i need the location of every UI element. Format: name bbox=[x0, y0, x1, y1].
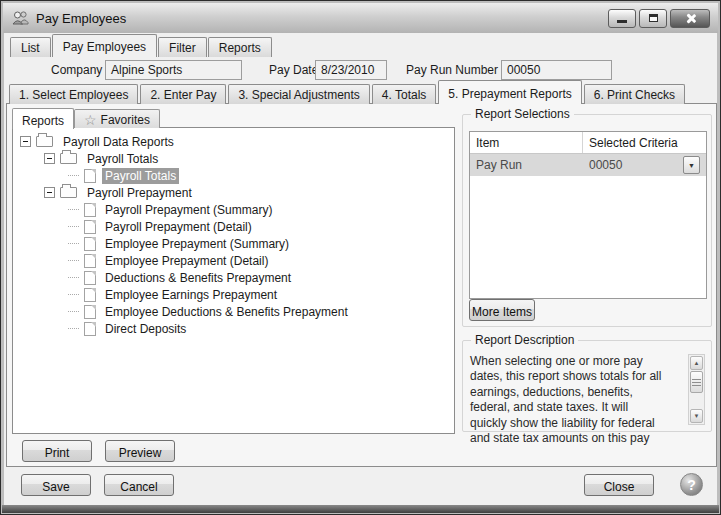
document-icon bbox=[84, 254, 96, 268]
report-selections-table: Item Selected Criteria Pay Run 00050 ▼ bbox=[469, 131, 707, 299]
tab-reports[interactable]: Reports bbox=[208, 37, 272, 57]
prepayment-reports-page: Reports ☆ Favorites Payroll Data Reports bbox=[6, 103, 717, 467]
close-button[interactable]: Close bbox=[584, 474, 654, 496]
tab-pay-employees[interactable]: Pay Employees bbox=[52, 34, 157, 57]
tree-item[interactable]: Deductions & Benefits Prepayment bbox=[13, 269, 454, 286]
pay-run-number-field[interactable]: 00050 bbox=[501, 60, 612, 80]
scroll-down-button[interactable]: ▼ bbox=[690, 409, 703, 423]
folder-icon bbox=[60, 187, 77, 198]
minimize-button[interactable] bbox=[608, 9, 636, 28]
tree-item-label: Payroll Totals bbox=[102, 168, 179, 184]
tab-list[interactable]: List bbox=[10, 37, 51, 57]
tree-connector bbox=[68, 260, 79, 261]
criteria-cell: 00050 bbox=[589, 158, 622, 172]
favorites-tab-label: Favorites bbox=[101, 113, 150, 127]
tree-item[interactable]: Payroll Data Reports bbox=[13, 133, 454, 150]
chevron-down-icon: ▼ bbox=[688, 162, 695, 169]
scroll-up-button[interactable]: ▲ bbox=[690, 356, 703, 370]
tree-connector bbox=[68, 243, 79, 244]
document-icon bbox=[84, 288, 96, 302]
column-header-selected-criteria: Selected Criteria bbox=[583, 132, 706, 153]
report-description-text: When selecting one or more pay dates, th… bbox=[470, 354, 667, 446]
tree-connector bbox=[68, 294, 79, 295]
tree-connector bbox=[68, 328, 79, 329]
tree-item-selected[interactable]: Payroll Totals bbox=[13, 167, 454, 184]
item-cell: Pay Run bbox=[470, 158, 583, 172]
pay-date-label: Pay Date bbox=[269, 63, 318, 77]
question-mark-icon: ? bbox=[687, 477, 696, 493]
tree-item[interactable]: Direct Deposits bbox=[13, 320, 454, 337]
report-description-group: Report Description When selecting one or… bbox=[462, 340, 712, 432]
tree-item[interactable]: Employee Earnings Prepayment bbox=[13, 286, 454, 303]
more-items-button[interactable]: More Items bbox=[469, 299, 535, 321]
tree-connector bbox=[68, 209, 79, 210]
preview-button[interactable]: Preview bbox=[105, 440, 175, 462]
collapse-icon[interactable] bbox=[44, 187, 55, 198]
close-window-button[interactable] bbox=[670, 9, 710, 28]
tree-item-label: Employee Prepayment (Detail) bbox=[102, 253, 271, 269]
table-header: Item Selected Criteria bbox=[470, 132, 706, 154]
document-icon bbox=[84, 169, 96, 183]
arrow-up-icon: ▲ bbox=[694, 360, 700, 366]
document-icon bbox=[84, 322, 96, 336]
pay-run-number-label: Pay Run Number bbox=[406, 63, 498, 77]
step-tab-print-checks[interactable]: 6. Print Checks bbox=[584, 84, 685, 104]
tree-item[interactable]: Payroll Totals bbox=[13, 150, 454, 167]
client-area: List Pay Employees Filter Reports Compan… bbox=[4, 33, 717, 505]
save-button[interactable]: Save bbox=[21, 474, 91, 496]
window-bottom-frame bbox=[2, 505, 719, 513]
collapse-icon[interactable] bbox=[44, 153, 55, 164]
titlebar: Pay Employees bbox=[3, 3, 718, 33]
tree-item-label: Payroll Totals bbox=[84, 151, 161, 167]
cancel-button[interactable]: Cancel bbox=[104, 474, 174, 496]
company-field[interactable]: Alpine Sports bbox=[105, 60, 242, 80]
report-selections-title: Report Selections bbox=[471, 107, 574, 121]
pay-date-field[interactable]: 8/23/2010 bbox=[315, 60, 387, 80]
print-button[interactable]: Print bbox=[22, 440, 92, 462]
step-tab-special-adjustments[interactable]: 3. Special Adjustments bbox=[228, 84, 369, 104]
tree-connector bbox=[68, 175, 79, 176]
tree-item[interactable]: Payroll Prepayment bbox=[13, 184, 454, 201]
tree-item-label: Employee Deductions & Benefits Prepaymen… bbox=[102, 304, 351, 320]
pay-run-dropdown-button[interactable]: ▼ bbox=[683, 156, 700, 174]
document-icon bbox=[84, 203, 96, 217]
report-tree[interactable]: Payroll Data Reports Payroll Totals Payr… bbox=[12, 127, 455, 434]
step-tab-enter-pay[interactable]: 2. Enter Pay bbox=[140, 84, 226, 104]
tree-item-label: Employee Earnings Prepayment bbox=[102, 287, 280, 303]
tree-item-label: Payroll Prepayment (Summary) bbox=[102, 202, 275, 218]
tab-favorites[interactable]: ☆ Favorites bbox=[74, 109, 160, 128]
tab-filter[interactable]: Filter bbox=[158, 37, 207, 57]
tree-item[interactable]: Employee Deductions & Benefits Prepaymen… bbox=[13, 303, 454, 320]
tree-item[interactable]: Employee Prepayment (Detail) bbox=[13, 252, 454, 269]
collapse-icon[interactable] bbox=[20, 136, 31, 147]
tree-item[interactable]: Payroll Prepayment (Summary) bbox=[13, 201, 454, 218]
thumb-grip-icon bbox=[692, 379, 701, 386]
pay-employees-window: Pay Employees List Pay Employees Filter … bbox=[0, 0, 721, 515]
help-button[interactable]: ? bbox=[680, 473, 703, 496]
document-icon bbox=[84, 305, 96, 319]
step-tab-prepayment-reports[interactable]: 5. Prepayment Reports bbox=[438, 80, 581, 104]
main-tab-strip: List Pay Employees Filter Reports bbox=[10, 34, 273, 57]
company-label: Company bbox=[51, 63, 102, 77]
step-tab-select-employees[interactable]: 1. Select Employees bbox=[9, 84, 138, 104]
close-icon bbox=[685, 13, 696, 24]
scroll-thumb[interactable] bbox=[690, 371, 703, 393]
document-icon bbox=[84, 271, 96, 285]
description-scrollbar[interactable]: ▲ ▼ bbox=[688, 354, 705, 425]
tree-connector bbox=[68, 311, 79, 312]
tree-item-label: Payroll Prepayment (Detail) bbox=[102, 219, 255, 235]
step-tab-totals[interactable]: 4. Totals bbox=[372, 84, 436, 104]
minimize-icon bbox=[617, 20, 627, 23]
tree-item[interactable]: Employee Prepayment (Summary) bbox=[13, 235, 454, 252]
folder-icon bbox=[36, 136, 53, 147]
folder-icon bbox=[60, 153, 77, 164]
table-row[interactable]: Pay Run 00050 ▼ bbox=[470, 154, 706, 176]
arrow-down-icon: ▼ bbox=[694, 413, 700, 419]
step-tab-strip: 1. Select Employees 2. Enter Pay 3. Spec… bbox=[9, 80, 687, 104]
scroll-track[interactable] bbox=[689, 393, 704, 408]
restore-button[interactable] bbox=[639, 9, 667, 28]
tab-reports-tree[interactable]: Reports bbox=[12, 108, 74, 129]
column-header-item: Item bbox=[470, 132, 583, 153]
document-icon bbox=[84, 237, 96, 251]
tree-item[interactable]: Payroll Prepayment (Detail) bbox=[13, 218, 454, 235]
